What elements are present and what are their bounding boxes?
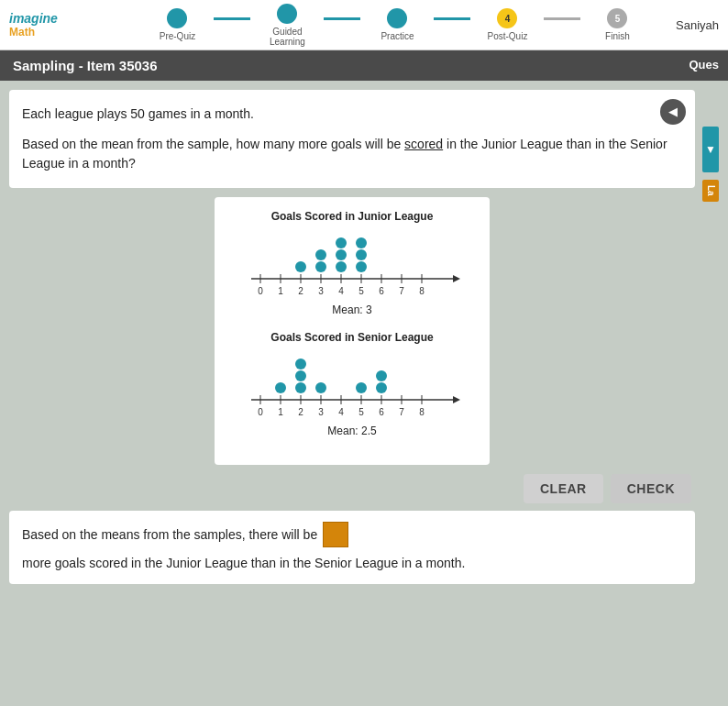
dotplots-wrapper: Goals Scored in Junior League (9, 197, 695, 465)
svg-text:2: 2 (298, 407, 303, 417)
senior-title: Goals Scored in Senior League (233, 331, 471, 344)
svg-text:4: 4 (338, 286, 344, 296)
step-bubble-postquiz: 4 (497, 8, 517, 28)
step-label-postquiz: Post-Quiz (488, 31, 528, 41)
main-content: Each league plays 50 games in a month. B… (0, 81, 728, 706)
svg-text:0: 0 (258, 286, 263, 296)
step-bubble-finish: 5 (607, 8, 627, 28)
step-label-prequiz: Pre-Quiz (160, 31, 195, 41)
svg-point-50 (295, 382, 306, 393)
check-button[interactable]: CHECK (611, 474, 691, 503)
audio-button[interactable]: ◀ (660, 99, 686, 125)
svg-text:4: 4 (338, 407, 344, 417)
right-label[interactable]: La (702, 180, 719, 202)
svg-text:7: 7 (399, 407, 404, 417)
svg-point-53 (315, 382, 326, 393)
clear-button[interactable]: CLEAR (524, 474, 603, 503)
svg-point-55 (376, 382, 387, 393)
svg-text:1: 1 (278, 407, 283, 417)
left-panel: Each league plays 50 games in a month. B… (9, 90, 695, 703)
svg-point-23 (336, 261, 347, 272)
ques-label: Ques (679, 50, 728, 81)
user-name: Saniyah (676, 18, 719, 32)
answer-prefix: Based on the means from the samples, the… (22, 524, 317, 545)
question-box: Each league plays 50 games in a month. B… (9, 90, 695, 188)
svg-point-49 (275, 382, 286, 393)
question-line1: Each league plays 50 games in a month. (22, 105, 682, 124)
connector-1 (214, 17, 250, 20)
step-finish[interactable]: 5 Finish (580, 8, 654, 41)
dotplot-container: Goals Scored in Junior League (215, 197, 490, 465)
section-title: Sampling - Item 35036 (13, 58, 158, 73)
answer-input[interactable] (323, 522, 348, 547)
junior-dotplot: Goals Scored in Junior League (233, 210, 471, 316)
junior-svg-wrap: 0 1 2 3 4 5 6 7 8 (233, 228, 471, 302)
step-label-guided: GuidedLearning (270, 27, 305, 47)
svg-text:3: 3 (318, 286, 324, 296)
answer-suffix: more goals scored in the Junior League t… (22, 553, 465, 573)
step-prequiz[interactable]: Pre-Quiz (140, 8, 214, 41)
svg-point-26 (356, 261, 367, 272)
senior-mean: Mean: 2.5 (233, 425, 471, 437)
svg-text:1: 1 (278, 286, 283, 296)
connector-4 (544, 17, 580, 20)
svg-point-52 (295, 359, 306, 370)
svg-text:8: 8 (419, 286, 425, 296)
bottom-area: CLEAR CHECK Based on the means from the … (9, 474, 695, 584)
svg-point-27 (356, 249, 367, 260)
step-bubble-guided (277, 4, 297, 24)
section-header: Sampling - Item 35036 (0, 50, 679, 81)
step-bubble-practice (387, 8, 407, 28)
svg-marker-30 (453, 396, 460, 403)
svg-text:6: 6 (379, 286, 384, 296)
junior-svg: 0 1 2 3 4 5 6 7 8 (242, 228, 462, 302)
svg-point-25 (336, 237, 347, 248)
svg-text:7: 7 (399, 286, 404, 296)
right-arrow-button[interactable]: ▼ (702, 127, 719, 172)
step-practice[interactable]: Practice (360, 8, 434, 41)
senior-svg: 0 1 2 3 4 5 6 7 8 (242, 349, 462, 423)
question-line2: Based on the mean from the sample, how m… (22, 135, 682, 173)
answer-box: Based on the means from the samples, the… (9, 511, 695, 584)
svg-point-51 (295, 370, 306, 381)
svg-point-21 (315, 261, 326, 272)
svg-marker-1 (453, 275, 460, 282)
svg-text:3: 3 (318, 407, 324, 417)
junior-title: Goals Scored in Junior League (233, 210, 471, 223)
connector-2 (324, 17, 360, 20)
logo-area: imagine Math (9, 11, 58, 39)
step-postquiz[interactable]: 4 Post-Quiz (470, 8, 544, 41)
svg-text:2: 2 (298, 286, 303, 296)
step-label-finish: Finish (605, 31, 630, 41)
step-label-practice: Practice (381, 31, 414, 41)
svg-point-24 (336, 249, 347, 260)
svg-text:5: 5 (358, 286, 364, 296)
svg-point-20 (295, 261, 306, 272)
svg-point-22 (315, 249, 326, 260)
junior-mean: Mean: 3 (233, 303, 471, 316)
right-panel: ▼ La (702, 90, 719, 703)
svg-text:8: 8 (419, 407, 425, 417)
senior-dotplot: Goals Scored in Senior League (233, 331, 471, 437)
logo-top: imagine (9, 11, 58, 26)
logo-bottom: Math (9, 26, 58, 39)
senior-svg-wrap: 0 1 2 3 4 5 6 7 8 (233, 349, 471, 423)
svg-text:5: 5 (358, 407, 364, 417)
scored-underline: scored (404, 137, 443, 151)
svg-point-54 (356, 382, 367, 393)
svg-text:0: 0 (258, 407, 263, 417)
button-row: CLEAR CHECK (9, 474, 695, 503)
nav-steps: Pre-Quiz GuidedLearning Practice 4 Post-… (76, 4, 719, 47)
svg-text:6: 6 (379, 407, 384, 417)
svg-point-28 (356, 237, 367, 248)
svg-point-56 (376, 370, 387, 381)
step-bubble-prequiz (167, 8, 187, 28)
connector-3 (434, 17, 470, 20)
step-guided[interactable]: GuidedLearning (250, 4, 324, 47)
top-nav: imagine Math Pre-Quiz GuidedLearning Pra… (0, 0, 728, 50)
